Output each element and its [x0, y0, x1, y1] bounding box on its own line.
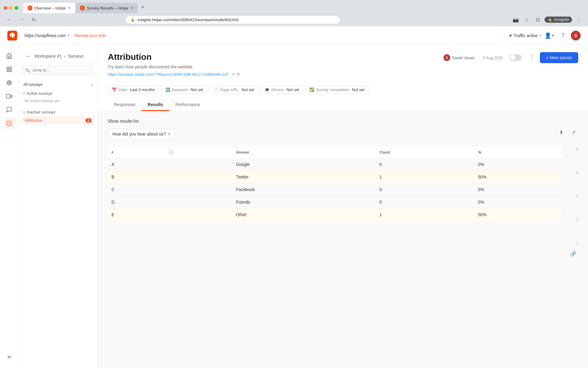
question-dropdown[interactable]: How did you hear about us? ▾: [108, 129, 175, 139]
add-user-button[interactable]: 👤+: [544, 30, 555, 41]
back-arrow-icon[interactable]: ←: [26, 53, 31, 59]
forward-button[interactable]: →: [17, 15, 26, 24]
filter-date[interactable]: 📅 Date: Last 3 months: [108, 85, 159, 94]
maximize-window-btn[interactable]: [15, 6, 18, 10]
filter-page-url[interactable]: 📄 Page URL: Not set: [209, 85, 258, 94]
tab-overview[interactable]: H Overview – Hotjar ✕: [23, 3, 75, 13]
browser-menu-icon[interactable]: ⋮: [575, 15, 583, 24]
tab-responses[interactable]: Responses: [108, 99, 141, 111]
traffic-status[interactable]: Traffic active ▾: [509, 33, 541, 38]
hotjar-logo[interactable]: [7, 31, 17, 40]
new-survey-button[interactable]: + New survey: [540, 52, 578, 63]
tab-label-overview: Overview – Hotjar: [34, 6, 66, 10]
tab-close-overview[interactable]: ✕: [68, 6, 71, 10]
no-active-surveys-text: No active surveys yet: [22, 98, 94, 105]
chart-y-label-6: 6: [571, 147, 578, 151]
tab-survey-results[interactable]: H Survey Results – Hotjar ✕: [76, 3, 138, 13]
device-filter-value: Not set: [286, 87, 299, 92]
table-header-row: # i Answer Count %: [108, 147, 562, 158]
nav-item-surveys[interactable]: [3, 117, 15, 129]
incognito-badge[interactable]: 🕵 Incognito: [545, 17, 572, 23]
nav-item-dashboard[interactable]: [3, 63, 15, 75]
back-button[interactable]: ←: [5, 15, 13, 24]
tab-close-survey[interactable]: ✕: [130, 6, 134, 10]
chart-y-label-3: 3: [571, 218, 578, 221]
keyword-filter-icon: 🔤: [165, 87, 170, 92]
nav-item-collapse[interactable]: [3, 351, 15, 363]
nav-item-recordings[interactable]: [3, 90, 15, 102]
survey-completion-label: Survey completion:: [316, 87, 350, 92]
results-table-wrapper: # i Answer Count % A: [108, 147, 562, 245]
nav-item-heatmaps[interactable]: [3, 77, 15, 89]
lock-icon: 🔒: [130, 17, 135, 22]
row-percent: 50%: [474, 209, 562, 221]
svg-rect-3: [7, 70, 9, 72]
address-bar[interactable]: 🔒 insights.hotjar.com/sites/3090413/surv…: [126, 16, 340, 24]
survey-tabs: Responses Results Performance: [108, 99, 578, 111]
question-dropdown-chevron: ▾: [168, 132, 170, 136]
left-nav: [0, 45, 18, 368]
filter-keyword[interactable]: 🔤 Keyword: Not set: [161, 85, 207, 94]
external-link-icon[interactable]: ↗: [231, 72, 235, 77]
survey-url-link[interactable]: https://surveys.hotjar.com/776ba2cd-5699…: [108, 72, 229, 77]
link-button[interactable]: 🔗: [568, 249, 578, 259]
row-answer: Facebook: [232, 183, 376, 196]
camera-off-icon[interactable]: 📷: [511, 15, 520, 24]
col-header-answer: Answer: [232, 147, 376, 158]
survey-menu-button[interactable]: ⋮: [528, 53, 536, 62]
tab-results[interactable]: Results: [141, 99, 169, 111]
sidebar-item-attribution[interactable]: Attribution 2: [22, 116, 94, 125]
table-row: B Twitter 1 50%: [108, 171, 562, 183]
table-row: C Facebook 0 0%: [108, 183, 562, 196]
svg-rect-9: [6, 94, 10, 98]
nav-item-home[interactable]: [3, 50, 15, 62]
filter-survey-completion[interactable]: ✅ Survey completion: Not set: [305, 85, 368, 94]
user-avatar[interactable]: S: [571, 31, 581, 40]
nav-item-feedback[interactable]: [3, 104, 15, 116]
filter-device[interactable]: 💻 Device: Not set: [261, 85, 303, 94]
incognito-label: Incognito: [554, 17, 569, 22]
results-section: # i Answer Count % A: [108, 147, 578, 245]
info-icon[interactable]: i: [169, 150, 174, 155]
window-controls: [4, 6, 18, 10]
row-empty: [165, 196, 232, 209]
bookmark-icon[interactable]: ☆: [522, 15, 531, 24]
svg-point-7: [9, 82, 9, 83]
minimize-window-btn[interactable]: [9, 6, 13, 10]
row-answer: Twitter: [232, 171, 376, 183]
app-header: https://snapflows.com ▾ Manage your plan…: [0, 26, 588, 45]
help-icon[interactable]: ?: [557, 30, 568, 41]
share-button[interactable]: ↗: [568, 127, 578, 137]
all-surveys-row[interactable]: All surveys 1: [18, 80, 98, 89]
download-button[interactable]: ⬇: [556, 127, 566, 137]
survey-active-toggle[interactable]: [509, 54, 522, 61]
row-percent: 0%: [474, 196, 562, 209]
breadcrumb: ← Workspace #1 › Surveys: [26, 53, 83, 59]
all-surveys-count: 1: [91, 82, 93, 87]
row-count: 1: [376, 171, 474, 183]
row-percent: 0%: [474, 158, 562, 171]
breadcrumb-workspace[interactable]: Workspace #1: [34, 54, 62, 59]
app-body: ← Workspace #1 › Surveys 🔍 All surveys 1: [0, 45, 588, 368]
row-count: 1: [376, 209, 474, 221]
date-filter-label: Date:: [119, 87, 128, 92]
inactive-surveys-header[interactable]: ▾ Inactive surveys: [22, 108, 94, 116]
inactive-surveys-chevron: ▾: [23, 110, 25, 114]
survey-header-area: Attribution S Sarah Jonas · 1 Aug 2022: [98, 45, 588, 111]
row-answer: Friends: [232, 196, 376, 209]
refresh-button[interactable]: ↻: [29, 15, 38, 24]
tab-performance[interactable]: Performance: [169, 99, 206, 111]
profiles-icon[interactable]: ⊡: [533, 15, 542, 24]
bottom-actions: 🔗: [108, 249, 578, 259]
search-input[interactable]: [22, 65, 94, 75]
breadcrumb-separator: ›: [64, 54, 66, 59]
search-icon: 🔍: [25, 68, 30, 72]
site-selector[interactable]: https://snapflows.com ▾: [24, 33, 70, 38]
copy-link-icon[interactable]: ⎘: [237, 72, 240, 77]
inactive-surveys-section: ▾ Inactive surveys Attribution 2: [18, 108, 98, 125]
active-surveys-header[interactable]: ▾ Active surveys: [22, 89, 94, 98]
manage-plan-link[interactable]: Manage your plan: [74, 33, 106, 38]
svg-rect-2: [9, 67, 11, 69]
new-tab-button[interactable]: +: [138, 3, 147, 11]
close-window-btn[interactable]: [4, 6, 7, 10]
